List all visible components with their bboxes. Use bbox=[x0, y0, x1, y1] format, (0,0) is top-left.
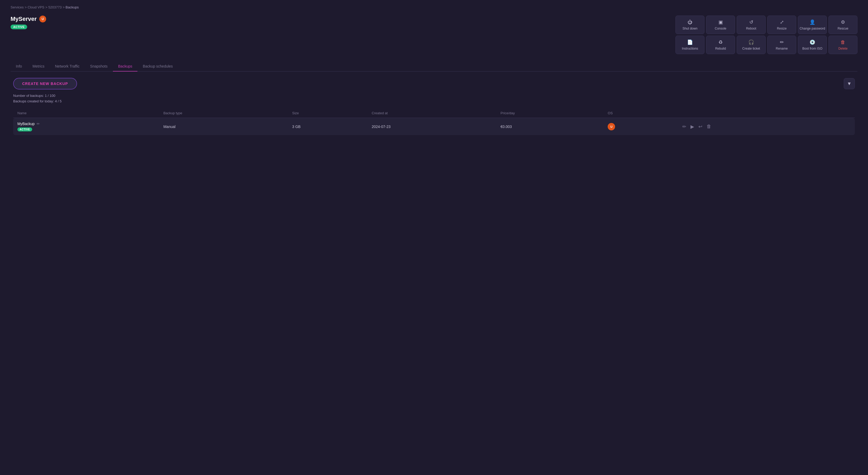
col-size: Size bbox=[288, 109, 367, 118]
backup-restore-icon[interactable]: ▶ bbox=[690, 124, 694, 129]
col-name: Name bbox=[13, 109, 159, 118]
rebuild-icon: ♻ bbox=[718, 39, 723, 45]
reboot-label: Reboot bbox=[746, 27, 756, 30]
rename-label: Rename bbox=[776, 47, 787, 51]
boot-from-iso-label: Boot from ISO bbox=[802, 47, 823, 51]
cell-row-actions: ✏ ▶ ↩ 🗑 bbox=[678, 118, 855, 136]
server-header: MyServer U ACTIVE ⏻ Shut down ▣ Console … bbox=[10, 16, 858, 54]
filter-icon: ▼ bbox=[847, 81, 851, 87]
instructions-button[interactable]: 📄 Instructions bbox=[676, 36, 705, 54]
backup-edit-icon[interactable]: ✏ bbox=[682, 124, 686, 129]
cell-name: MyBackup ✏ ACTIVE bbox=[13, 118, 159, 136]
reboot-icon: ↺ bbox=[749, 19, 753, 25]
tabs-bar: Info Metrics Network Traffic Snapshots B… bbox=[10, 61, 858, 71]
ubuntu-icon: U bbox=[39, 16, 46, 23]
backup-name: MyBackup bbox=[18, 122, 35, 126]
ticket-icon: 🎧 bbox=[748, 39, 754, 45]
boot-from-iso-button[interactable]: 💿 Boot from ISO bbox=[798, 36, 827, 54]
cell-size: 3 GB bbox=[288, 118, 367, 136]
backup-delete-icon[interactable]: 🗑 bbox=[707, 124, 711, 129]
top-row: CREATE NEW BACKUP ▼ bbox=[13, 78, 855, 89]
backups-table: Name Backup type Size Created at Price/d… bbox=[13, 109, 855, 135]
cell-created-at: 2024-07-23 bbox=[367, 118, 496, 136]
rename-button[interactable]: ✏ Rename bbox=[767, 36, 796, 54]
create-ticket-label: Create ticket bbox=[742, 47, 760, 51]
tab-backups[interactable]: Backups bbox=[113, 61, 138, 71]
shut-down-button[interactable]: ⏻ Shut down bbox=[676, 16, 705, 34]
server-name: MyServer bbox=[10, 16, 37, 23]
tab-info[interactable]: Info bbox=[10, 61, 27, 71]
delete-label: Delete bbox=[838, 47, 848, 51]
col-os: OS bbox=[603, 109, 678, 118]
backup-stats: Number of backups: 1 / 100 Backups creat… bbox=[13, 94, 855, 103]
create-ticket-button[interactable]: 🎧 Create ticket bbox=[737, 36, 766, 54]
tab-network-traffic[interactable]: Network Traffic bbox=[50, 61, 85, 71]
instructions-label: Instructions bbox=[682, 47, 698, 51]
instructions-icon: 📄 bbox=[687, 39, 693, 45]
filter-button[interactable]: ▼ bbox=[844, 78, 855, 89]
tab-backup-schedules[interactable]: Backup schedules bbox=[137, 61, 178, 71]
console-button[interactable]: ▣ Console bbox=[706, 16, 735, 34]
col-price-day: Price/day bbox=[496, 109, 604, 118]
resize-button[interactable]: ⤢ Resize bbox=[767, 16, 796, 34]
change-password-button[interactable]: 👤 Change password bbox=[798, 16, 827, 34]
breadcrumb-current: Backups bbox=[66, 5, 79, 9]
col-backup-type: Backup type bbox=[159, 109, 288, 118]
tab-snapshots[interactable]: Snapshots bbox=[85, 61, 113, 71]
console-icon: ▣ bbox=[718, 19, 723, 25]
cell-backup-type: Manual bbox=[159, 118, 288, 136]
delete-icon: 🗑 bbox=[841, 39, 845, 45]
backup-type-value: Manual bbox=[163, 124, 176, 129]
row-actions: ✏ ▶ ↩ 🗑 bbox=[682, 124, 850, 129]
backups-today-stat: Backups created for today: 4 / 5 bbox=[13, 99, 855, 103]
rescue-button[interactable]: ⚙ Rescue bbox=[829, 16, 858, 34]
rebuild-label: Rebuild bbox=[715, 47, 726, 51]
backup-created-value: 2024-07-23 bbox=[372, 124, 391, 129]
backups-count-stat: Number of backups: 1 / 100 bbox=[13, 94, 855, 98]
resize-icon: ⤢ bbox=[780, 19, 784, 25]
change-password-label: Change password bbox=[800, 27, 825, 30]
table-header: Name Backup type Size Created at Price/d… bbox=[13, 109, 855, 118]
action-buttons-grid: ⏻ Shut down ▣ Console ↺ Reboot ⤢ Resize … bbox=[676, 16, 858, 54]
rename-icon: ✏ bbox=[780, 39, 784, 45]
console-label: Console bbox=[715, 27, 726, 30]
server-status-badge: ACTIVE bbox=[10, 25, 27, 29]
cell-os: U bbox=[603, 118, 678, 136]
breadcrumb-server-id[interactable]: 5203773 bbox=[48, 5, 62, 9]
page-container: Services > Cloud VPS > 5203773 > Backups… bbox=[0, 0, 868, 140]
backup-rollback-icon[interactable]: ↩ bbox=[699, 124, 702, 129]
password-icon: 👤 bbox=[809, 19, 815, 25]
tab-metrics[interactable]: Metrics bbox=[27, 61, 50, 71]
power-icon: ⏻ bbox=[688, 20, 692, 25]
breadcrumb: Services > Cloud VPS > 5203773 > Backups bbox=[10, 5, 858, 9]
create-new-backup-button[interactable]: CREATE NEW BACKUP bbox=[13, 78, 77, 89]
rescue-icon: ⚙ bbox=[841, 19, 845, 25]
edit-name-icon[interactable]: ✏ bbox=[37, 122, 40, 126]
backup-status-badge: ACTIVE bbox=[18, 127, 32, 131]
reboot-button[interactable]: ↺ Reboot bbox=[737, 16, 766, 34]
backup-size-value: 3 GB bbox=[292, 124, 301, 129]
breadcrumb-services[interactable]: Services bbox=[10, 5, 24, 9]
cell-price-day: €0.003 bbox=[496, 118, 604, 136]
col-created-at: Created at bbox=[367, 109, 496, 118]
backup-os-icon: U bbox=[608, 123, 615, 130]
delete-button[interactable]: 🗑 Delete bbox=[829, 36, 858, 54]
shut-down-label: Shut down bbox=[683, 27, 698, 30]
backup-price-value: €0.003 bbox=[501, 124, 512, 129]
resize-label: Resize bbox=[777, 27, 787, 30]
rebuild-button[interactable]: ♻ Rebuild bbox=[706, 36, 735, 54]
table-row: MyBackup ✏ ACTIVE Manual 3 GB 2024-07-23 bbox=[13, 118, 855, 136]
rescue-label: Rescue bbox=[838, 27, 848, 30]
table-body: MyBackup ✏ ACTIVE Manual 3 GB 2024-07-23 bbox=[13, 118, 855, 136]
breadcrumb-cloud-vps[interactable]: Cloud VPS bbox=[28, 5, 44, 9]
server-name-row: MyServer U bbox=[10, 16, 46, 23]
backups-content: CREATE NEW BACKUP ▼ Number of backups: 1… bbox=[10, 78, 858, 135]
iso-icon: 💿 bbox=[809, 39, 815, 45]
col-actions bbox=[678, 109, 855, 118]
server-info: MyServer U ACTIVE bbox=[10, 16, 46, 29]
